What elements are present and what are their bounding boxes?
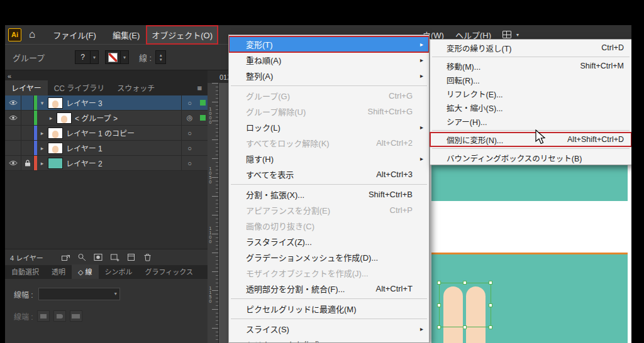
menu-edit[interactable]: 編集(E) — [113, 29, 140, 41]
layer-thumbnail[interactable] — [48, 128, 63, 139]
lock-toggle[interactable] — [21, 126, 34, 140]
menu-item-transform-each[interactable]: 個別に変形(N)... Alt+Shift+Ctrl+D — [430, 133, 631, 146]
layer-thumbnail[interactable] — [48, 97, 63, 109]
visibility-toggle[interactable] — [5, 141, 21, 155]
lock-toggle[interactable] — [21, 95, 34, 110]
layer-thumbnail[interactable] — [48, 158, 63, 169]
menu-item-shear[interactable]: シアー(H)... — [430, 114, 631, 128]
selection-handle[interactable] — [437, 281, 441, 285]
menu-item-slice[interactable]: スライス(S) ▸ — [229, 321, 429, 337]
expand-toggle[interactable]: ▾ — [37, 100, 47, 106]
menu-item-hide[interactable]: 隠す(H) ▸ — [229, 151, 429, 166]
selection-handle[interactable] — [437, 303, 441, 307]
lock-toggle[interactable] — [21, 111, 34, 125]
projecting-cap-button[interactable] — [70, 310, 82, 322]
tab-layers[interactable]: レイヤー — [5, 80, 48, 95]
layer-row[interactable]: ▸ < グループ > ◎ — [5, 111, 208, 126]
visibility-toggle[interactable] — [5, 126, 21, 140]
layer-row[interactable]: ▾ レイヤー 3 ○ — [5, 95, 208, 111]
lock-toggle[interactable] — [21, 156, 34, 170]
selection-handle[interactable] — [489, 303, 492, 307]
selection-indicator[interactable] — [197, 100, 208, 106]
menu-item-transform[interactable]: 変形(T) ▸ — [229, 36, 429, 52]
stroke-color-dropdown[interactable]: ▾ — [105, 50, 129, 64]
collect-for-export-icon[interactable] — [61, 253, 70, 261]
workspace-switcher-icon[interactable] — [502, 31, 511, 38]
lock-toggle[interactable] — [21, 141, 34, 155]
selection-handle[interactable] — [463, 281, 467, 285]
expand-toggle[interactable]: ▸ — [37, 130, 47, 136]
visibility-toggle[interactable] — [5, 95, 21, 110]
menu-item-reflect[interactable]: リフレクト(E)... — [430, 87, 631, 101]
menu-item-expand[interactable]: 分割・拡張(X)... Shift+Ctrl+B — [229, 187, 429, 202]
locate-object-icon[interactable] — [77, 253, 87, 261]
menu-item-rasterize[interactable]: ラスタライズ(Z)... — [229, 234, 429, 249]
width-profile-dropdown[interactable]: ? ▾ — [75, 50, 99, 64]
target-circle[interactable]: ○ — [181, 141, 197, 155]
layer-row[interactable]: ▸ レイヤー 2 ○ — [5, 156, 208, 171]
layer-row[interactable]: ▸ レイヤー 1 のコピー ○ — [5, 126, 208, 141]
stroke-width-dropdown[interactable]: ▾ — [38, 288, 120, 300]
layer-name[interactable]: レイヤー 1 — [66, 143, 181, 153]
menu-item-lock[interactable]: ロック(L) ▸ — [229, 119, 429, 135]
menu-item-show-all[interactable]: すべてを表示 Alt+Ctrl+3 — [229, 166, 429, 182]
selection-handle[interactable] — [463, 325, 467, 329]
tab-graphics[interactable]: グラフィックス — [139, 264, 199, 279]
spinner-up-icon[interactable]: ▴ — [160, 53, 162, 57]
tab-swatches[interactable]: スウォッチ — [111, 80, 161, 95]
menu-item-crop-image[interactable]: 画像の切り抜き(C) — [229, 218, 429, 234]
target-circle[interactable]: ○ — [181, 126, 197, 140]
menu-item-ungroup[interactable]: グループ解除(U) Shift+Ctrl+G — [229, 104, 429, 119]
layer-name[interactable]: レイヤー 3 — [66, 97, 181, 108]
menu-item-mosaic[interactable]: モザイクオブジェクトを作成(J)... — [229, 265, 429, 281]
menu-object[interactable]: オブジェクト(O) — [147, 26, 217, 43]
butt-cap-button[interactable] — [37, 310, 50, 322]
menu-item-group[interactable]: グループ(G) Ctrl+G — [229, 88, 429, 104]
round-cap-button[interactable] — [53, 310, 66, 322]
expand-toggle[interactable]: ▸ — [37, 160, 47, 166]
stroke-weight-stepper[interactable]: ▴ ▾ — [155, 50, 166, 64]
menu-item-trim-marks[interactable]: トリムマークを作成 — [229, 337, 429, 343]
visibility-toggle[interactable] — [5, 111, 21, 125]
layer-name[interactable]: レイヤー 2 — [66, 158, 181, 168]
tab-transparency[interactable]: 透明 — [45, 264, 72, 279]
menu-item-move[interactable]: 移動(M)... Shift+Ctrl+M — [430, 59, 631, 73]
menu-item-expand-appearance[interactable]: アピアランスを分割(E) Ctrl+P — [229, 202, 429, 218]
layer-row[interactable]: ▸ レイヤー 1 ○ — [5, 141, 208, 156]
new-layer-icon[interactable] — [126, 253, 136, 261]
tab-magic-wand[interactable]: 自動選択 — [5, 264, 45, 279]
new-sublayer-icon[interactable] — [110, 253, 119, 261]
visibility-toggle[interactable] — [5, 156, 21, 170]
selection-handle[interactable] — [489, 325, 492, 329]
layer-thumbnail[interactable] — [57, 112, 72, 124]
tab-symbols[interactable]: シンボル — [99, 264, 139, 279]
layer-thumbnail[interactable] — [48, 143, 63, 154]
menu-item-transform-again[interactable]: 変形の繰り返し(T) Ctrl+D — [430, 41, 631, 55]
selection-handle[interactable] — [489, 281, 492, 285]
menu-item-gradient-mesh[interactable]: グラデーションメッシュを作成(D)... — [229, 249, 429, 265]
clipping-mask-icon[interactable] — [94, 253, 103, 261]
layer-name[interactable]: レイヤー 1 のコピー — [66, 128, 181, 138]
menu-item-scale[interactable]: 拡大・縮小(S)... — [430, 101, 631, 114]
tab-stroke[interactable]: ◇ 線 — [72, 264, 99, 279]
delete-layer-icon[interactable] — [143, 253, 152, 261]
tab-cc-libraries[interactable]: CC ライブラリ — [48, 80, 111, 95]
illustrator-logo-icon[interactable]: Ai — [8, 28, 21, 41]
expand-toggle[interactable]: ▸ — [37, 145, 47, 151]
selection-handle[interactable] — [437, 325, 441, 329]
target-circle[interactable]: ○ — [181, 95, 197, 110]
menu-item-flatten-transparency[interactable]: 透明部分を分割・統合(F)... Alt+Ctrl+T — [229, 281, 429, 297]
menu-item-reset-bounding-box[interactable]: バウンディングボックスのリセット(B) — [430, 151, 631, 165]
menu-item-rotate[interactable]: 回転(R)... — [430, 73, 631, 87]
target-circle[interactable]: ○ — [181, 156, 197, 170]
target-circle[interactable]: ◎ — [181, 111, 197, 125]
menu-item-pixel-grid[interactable]: ピクセルグリッドに最適化(M) — [229, 301, 429, 317]
menu-item-unlock-all[interactable]: すべてをロック解除(K) Alt+Ctrl+2 — [229, 135, 429, 151]
chevron-down-icon[interactable]: ▾ — [516, 32, 519, 38]
menu-item-arrange[interactable]: 重ね順(A) ▸ — [229, 52, 429, 68]
expand-toggle[interactable]: ▸ — [46, 115, 56, 121]
menu-file[interactable]: ファイル(F) — [53, 29, 96, 41]
home-icon[interactable]: ⌂ — [29, 28, 35, 41]
menu-item-align[interactable]: 整列(A) ▸ — [229, 68, 429, 84]
collapse-panel-icon[interactable]: « — [8, 72, 11, 80]
